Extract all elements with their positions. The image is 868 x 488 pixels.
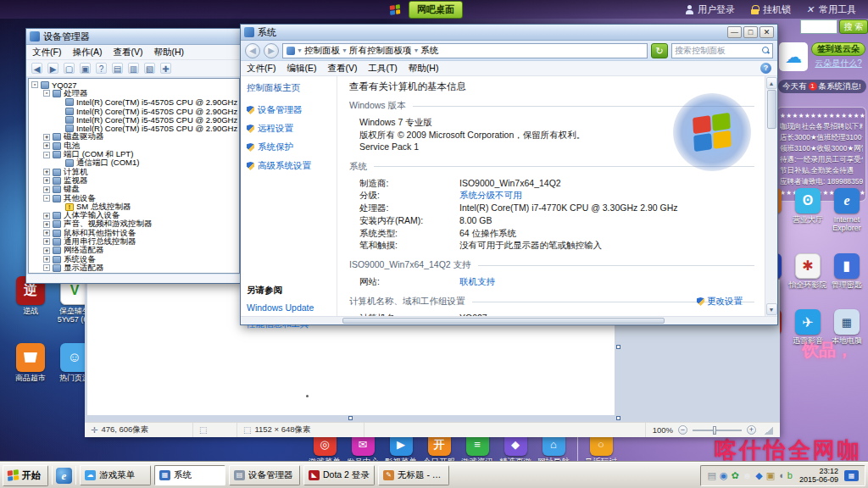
toolbar-button[interactable]: ▶ <box>47 63 58 74</box>
expand-toggle-icon[interactable] <box>43 169 50 175</box>
device-tree-item[interactable]: Intel(R) Core(TM) i5-4570S CPU @ 2.90GHz <box>29 124 239 132</box>
task-button[interactable]: ▦ 系统 <box>154 465 225 485</box>
breadcrumb-segment[interactable]: ▼ 控制面板 <box>297 45 340 57</box>
topbar-action-button[interactable]: 用户登录 <box>685 3 735 16</box>
zoom-slider-thumb[interactable] <box>713 426 716 435</box>
menu-item[interactable]: 帮助(H) <box>153 47 184 58</box>
expand-toggle-icon[interactable] <box>43 142 50 149</box>
quick-launch-ie-icon[interactable]: e <box>56 468 72 484</box>
device-tree-item[interactable]: 监视器 <box>29 176 239 185</box>
sidebar-task-link[interactable]: 高级系统设置 <box>247 160 331 172</box>
expand-toggle-icon[interactable] <box>43 230 50 236</box>
expand-toggle-icon[interactable] <box>43 213 50 219</box>
toolbar-button[interactable]: ▣ <box>80 63 91 74</box>
vertical-scrollbar[interactable]: ▲ ▼ <box>765 76 777 316</box>
toolbar-button[interactable]: ▧ <box>144 63 155 74</box>
canvas-resize-handle-bottom[interactable] <box>348 416 353 420</box>
help-icon[interactable]: ? <box>760 63 771 74</box>
expand-toggle-icon[interactable] <box>43 238 50 245</box>
menu-item[interactable]: 操作(A) <box>72 47 102 58</box>
expand-toggle-icon[interactable] <box>43 247 50 254</box>
device-tree-item[interactable]: SM 总线控制器 <box>29 202 239 211</box>
refresh-button[interactable]: ↻ <box>651 43 668 58</box>
desktop-shortcut[interactable]: ▮ 管理密匙 <box>832 253 862 289</box>
device-manager-titlebar[interactable]: 设备管理器 <box>26 29 242 45</box>
zoom-slider[interactable] <box>693 430 742 431</box>
device-tree-item[interactable]: 磁盘驱动器 <box>29 133 239 141</box>
hscrollbar-thumb[interactable] <box>342 318 665 324</box>
online-support-link[interactable]: 联机支持 <box>459 275 495 288</box>
toolbar-button[interactable]: ▢ <box>64 63 75 74</box>
toolbar-button[interactable]: ▤ <box>112 63 123 74</box>
device-tree-item[interactable]: 处理器 <box>29 89 239 97</box>
menu-item[interactable]: 帮助(H) <box>409 63 439 75</box>
scrollbar-thumb[interactable] <box>767 90 776 129</box>
sidebar-task-link[interactable]: 设备管理器 <box>247 104 331 116</box>
back-button[interactable]: ◀ <box>245 43 260 58</box>
toolbar-button[interactable]: ▥ <box>128 63 139 74</box>
toolbar-button[interactable]: ? <box>96 63 107 74</box>
device-tree-item[interactable]: 系统设备 <box>29 255 239 263</box>
desktop-shortcut[interactable]: 商品超市 <box>15 343 46 382</box>
desktop-shortcut[interactable]: e Internet Explorer <box>832 188 861 233</box>
device-tree-item[interactable]: 通信端口 (COM1) <box>29 159 239 168</box>
scroll-up-arrow[interactable]: ▲ <box>766 77 777 89</box>
tray-icon[interactable]: ▤ <box>707 471 715 480</box>
expand-toggle-icon[interactable] <box>43 177 50 184</box>
device-tree-item[interactable]: NVIDIA GeForce GTX 750 <box>29 273 239 274</box>
sidebar-item-control-panel-home[interactable]: 控制面板主页 <box>247 82 331 94</box>
system-titlebar[interactable]: 系统 — □ ✕ <box>241 25 777 41</box>
minimize-button[interactable]: — <box>727 26 742 38</box>
device-tree-item[interactable]: 通用串行总线控制器 <box>29 237 239 246</box>
device-tree-item[interactable]: Intel(R) Core(TM) i5-4570S CPU @ 2.90GHz <box>29 98 239 107</box>
close-button[interactable]: ✕ <box>760 26 774 38</box>
expand-toggle-icon[interactable] <box>43 186 50 193</box>
forward-button[interactable]: ▶ <box>264 43 279 58</box>
change-settings-link[interactable]: 更改设置 <box>697 296 743 308</box>
input-language-indicator[interactable]: ▦ <box>844 470 859 481</box>
canvas-resize-handle-right[interactable] <box>616 345 620 349</box>
device-tree-item[interactable]: 键盘 <box>29 186 239 194</box>
device-tree-item[interactable]: 显示适配器 <box>29 263 239 272</box>
tray-icon[interactable]: ☻ <box>743 471 753 480</box>
desktop-search-input[interactable] <box>800 19 837 34</box>
start-button[interactable]: 开始 <box>3 465 48 486</box>
desktop-shortcut[interactable]: ʘ 营业大厅 <box>793 188 823 233</box>
control-panel-search[interactable]: 搜索控制面板 <box>671 43 773 58</box>
task-button[interactable]: ✎ 无标题 - 画图 <box>378 465 449 485</box>
task-button[interactable]: ▤ 设备管理器 <box>229 465 300 485</box>
scroll-down-arrow[interactable]: ▼ <box>766 303 777 315</box>
device-tree-item[interactable]: 网络适配器 <box>29 247 239 255</box>
maximize-button[interactable]: □ <box>743 26 758 38</box>
expand-toggle-icon[interactable] <box>43 264 50 271</box>
netcafe-desktop-button[interactable]: 网吧桌面 <box>409 1 463 19</box>
expand-toggle-icon[interactable] <box>43 195 50 202</box>
device-tree-item[interactable]: YQ027 <box>29 80 239 89</box>
taskbar-clock[interactable]: 23:12 2015-06-09 <box>799 467 838 484</box>
desktop-shortcut[interactable]: ✱ 怡全环影院 <box>789 253 827 289</box>
menu-item[interactable]: 查看(V) <box>113 47 142 58</box>
device-tree-item[interactable]: 其他设备 <box>29 194 239 202</box>
task-button[interactable]: ☁ 游戏菜单 <box>80 465 151 485</box>
device-tree-item[interactable]: 计算机 <box>29 168 239 176</box>
expand-toggle-icon[interactable] <box>43 256 50 263</box>
expand-toggle-icon[interactable] <box>43 90 50 97</box>
window-resize-grip[interactable] <box>765 426 773 435</box>
desktop-search-button[interactable]: 搜 索 <box>839 19 868 34</box>
tray-icon[interactable]: ◖ <box>778 471 784 480</box>
menu-item[interactable]: 编辑(E) <box>287 63 316 75</box>
menu-item[interactable]: 查看(V) <box>327 63 357 75</box>
sidebar-task-link[interactable]: 远程设置 <box>247 123 331 135</box>
signin-cloud-button[interactable]: 签到送云朵 <box>811 42 865 56</box>
expand-toggle-icon[interactable] <box>43 134 50 141</box>
task-button[interactable]: ◣ Dota 2 登录 <box>303 465 375 485</box>
device-tree-item[interactable]: Intel(R) Core(TM) i5-4570S CPU @ 2.90GHz <box>29 107 239 115</box>
expand-toggle-icon[interactable] <box>43 152 50 158</box>
menu-item[interactable]: 文件(F) <box>32 47 61 58</box>
breadcrumb-segment[interactable]: ▼ 系统 <box>413 45 438 57</box>
tray-icon[interactable]: b <box>787 471 793 480</box>
system-message-bar[interactable]: 今天有 1 条系统消息! <box>778 80 866 93</box>
expand-toggle-icon[interactable] <box>31 81 38 88</box>
canvas-resize-handle-corner[interactable] <box>616 416 620 420</box>
topbar-action-button[interactable]: 挂机锁 <box>750 3 791 16</box>
